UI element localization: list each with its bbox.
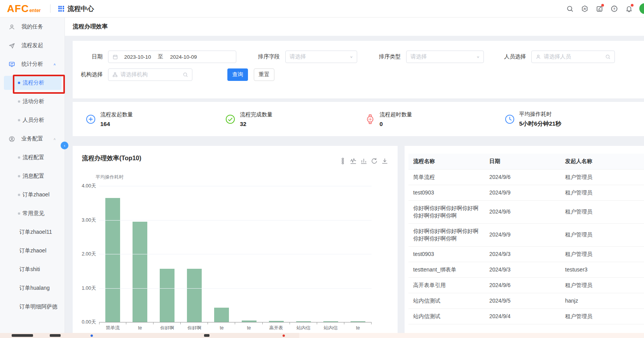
chart-bar[interactable]: [242, 320, 257, 322]
table-row[interactable]: testtenant_绑表单2024/9/3testuser3: [408, 262, 644, 277]
stat-average-time: 平均操作耗时 5小时6分钟21秒: [504, 111, 644, 128]
chart-bar[interactable]: [323, 321, 338, 322]
chart-bar[interactable]: [105, 198, 120, 322]
stat-process-overtime: 流程超时数量 0: [365, 111, 504, 127]
ai-assistant-icon[interactable]: AI: [579, 4, 590, 14]
y-axis-tick-label: 0.00天: [73, 319, 96, 326]
sidebar-item-label: 人员分析: [23, 117, 44, 124]
cell-initiator: 租户管理员: [560, 246, 644, 262]
sidebar-item-order-zhaoel[interactable]: 订单zhaoel: [0, 186, 65, 204]
col-header-date: 日期: [485, 154, 560, 169]
paper-plane-icon: [9, 42, 15, 49]
select-placeholder: 请选择: [410, 53, 476, 60]
clock-icon: [504, 114, 515, 124]
search-icon[interactable]: [565, 4, 575, 14]
toolbox-stack-icon[interactable]: [339, 158, 346, 165]
topbar-actions: AI ?: [565, 4, 644, 14]
sidebar-item-label: 活动分析: [23, 98, 44, 105]
sidebar-item-order-zhaoel11[interactable]: 订单zhaoel11: [0, 223, 65, 242]
sidebar-item-message-config[interactable]: 消息配置: [0, 167, 65, 186]
stat-label: 平均操作耗时: [519, 111, 561, 118]
chart-bar[interactable]: [351, 321, 365, 322]
chart-x-label: 站内信: [317, 322, 344, 330]
compose-icon[interactable]: [594, 4, 604, 14]
bell-icon[interactable]: [624, 4, 634, 14]
chart-panel: 流程办理效率(Top10) 平均操作耗时: [73, 146, 398, 338]
process-table: 流程名称 日期 发起人名称 简单流程2024/9/6租户管理员 test0903…: [408, 154, 644, 324]
sidebar-item-my-tasks[interactable]: 我的任务: [0, 18, 65, 36]
divider: [50, 4, 51, 13]
table-row[interactable]: 你好啊你好啊你好啊你好啊你好啊你好啊你啊2024/9/6租户管理员: [408, 200, 644, 223]
cell-process-name: 站内信测试: [408, 293, 485, 308]
bullet-icon: [18, 82, 20, 84]
bottom-edge-artifact: [0, 333, 644, 338]
app-grid-icon[interactable]: [58, 6, 64, 12]
sort-field-label: 排序字段: [246, 53, 280, 60]
chart-bar[interactable]: [214, 308, 229, 322]
sidebar-item-process-analysis[interactable]: 流程分析: [0, 74, 65, 92]
table-row[interactable]: 简单流程2024/9/6租户管理员: [408, 169, 644, 185]
sidebar-item-common-opinions[interactable]: 常用意见: [0, 204, 65, 223]
toolbox-download-icon[interactable]: [381, 158, 388, 165]
sidebar-group-statistics[interactable]: 统计分析 ∧: [0, 55, 65, 74]
sidebar-item-label: 流程发起: [21, 42, 43, 49]
logo-text: AFC: [7, 3, 29, 15]
process-table-panel: 流程名称 日期 发起人名称 简单流程2024/9/6租户管理员 test0903…: [405, 146, 644, 338]
chart-bar[interactable]: [296, 321, 311, 322]
chart-bar[interactable]: [269, 321, 284, 322]
chart-bar[interactable]: [133, 222, 147, 322]
cell-initiator: 租户管理员: [560, 223, 644, 246]
date-range-input[interactable]: 至: [108, 51, 236, 63]
sort-type-select[interactable]: 请选择 ∨: [406, 51, 484, 63]
cell-initiator: 租户管理员: [560, 185, 644, 200]
sort-field-select[interactable]: 请选择 ∨: [285, 51, 357, 63]
query-button[interactable]: 查询: [227, 68, 248, 81]
top-bar: AFC enter 流程中心 AI ?: [0, 0, 644, 18]
cell-initiator: testuser3: [560, 262, 644, 277]
sidebar-item-order-shiti[interactable]: 订单shiti: [0, 260, 65, 279]
cell-process-name: 站内信测试: [408, 308, 485, 324]
toolbox-refresh-icon[interactable]: [371, 158, 378, 165]
chart-x-label: 你好啊: [154, 322, 181, 330]
table-row[interactable]: 站内信测试2024/9/5hanjz: [408, 293, 644, 308]
cell-date: 2024/9/6: [485, 169, 560, 185]
chart-bar[interactable]: [160, 269, 175, 322]
bullet-icon: [18, 194, 20, 196]
chart-plot-area: 4.00天3.00天2.00天1.00天0.00天: [99, 186, 372, 322]
bullet-icon: [18, 100, 20, 103]
table-row[interactable]: test09032024/9/3租户管理员: [408, 246, 644, 262]
date-end-input[interactable]: [164, 54, 203, 60]
sidebar-item-order-detail[interactable]: 订单明细阿萨德: [0, 298, 65, 316]
table-row[interactable]: 你好啊你好啊你好啊你好啊你好啊你好啊你啊2024/9/9租户管理员: [408, 223, 644, 246]
cell-date: 2024/9/4: [485, 308, 560, 324]
gridline: [99, 186, 372, 186]
stat-label: 流程完成数量: [240, 111, 272, 118]
org-select-input[interactable]: 请选择机构: [108, 68, 192, 81]
sidebar-group-business-config[interactable]: 业务配置 ∧: [0, 130, 65, 148]
sidebar-item-order-hualang[interactable]: 订单hualang: [0, 279, 65, 298]
date-separator: 至: [157, 53, 164, 60]
help-icon[interactable]: ?: [609, 4, 619, 14]
table-row[interactable]: 高开表单引用2024/9/6租户管理员: [408, 277, 644, 293]
stat-label: 流程发起数量: [100, 111, 133, 118]
sidebar-item-process-start[interactable]: 流程发起: [0, 36, 65, 55]
toolbox-bar-chart-icon[interactable]: [360, 158, 367, 165]
sidebar-collapse-button[interactable]: ‹: [61, 142, 68, 149]
sidebar-item-label: 订单zhaoel11: [19, 229, 52, 236]
sidebar-item-process-config[interactable]: 流程配置: [0, 148, 65, 167]
chart-xlabels: 简单流te你好啊你好啊tete高开表站内信站内信te: [99, 322, 372, 330]
table-row[interactable]: 站内信测试2024/9/4租户管理员: [408, 308, 644, 324]
table-row[interactable]: test09032024/9/9租户管理员: [408, 185, 644, 200]
sidebar-item-label: 订单hualang: [19, 285, 50, 292]
stats-panel: 流程发起数量 164 流程完成数量 32 流: [73, 102, 644, 136]
cell-process-name: 简单流程: [408, 169, 485, 185]
cell-process-name: test0903: [408, 246, 485, 262]
toolbox-line-chart-icon[interactable]: [350, 158, 357, 165]
reset-button[interactable]: 重置: [254, 68, 274, 81]
sidebar-item-activity-analysis[interactable]: 活动分析: [0, 92, 65, 111]
sidebar-item-order-zhaoel-2[interactable]: 订单zhaoel: [0, 242, 65, 260]
person-select-input[interactable]: 请选择人员: [531, 51, 615, 63]
chart-bar[interactable]: [187, 269, 202, 322]
date-start-input[interactable]: [118, 54, 157, 60]
sidebar-item-personnel-analysis[interactable]: 人员分析: [0, 111, 65, 130]
